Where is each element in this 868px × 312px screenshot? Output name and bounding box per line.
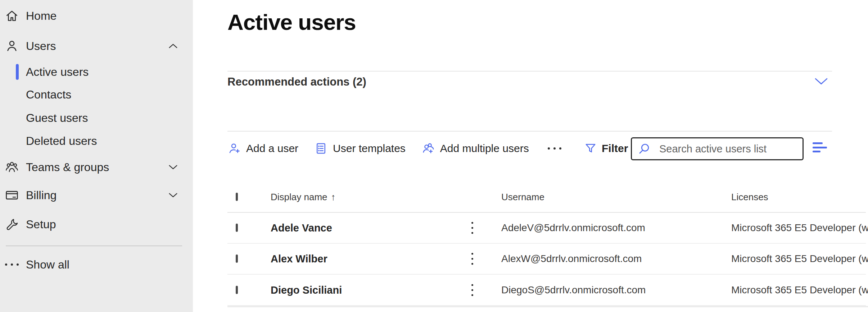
sidebar-item-guest-users[interactable]: Guest users <box>0 106 193 129</box>
sidebar-item-label: Guest users <box>26 111 88 125</box>
column-header-username[interactable]: Username <box>501 191 544 202</box>
sidebar-item-teams-groups[interactable]: Teams & groups <box>0 156 193 179</box>
m365-admin-active-users-page: Home Users Active users Contacts Guest <box>0 0 868 312</box>
add-multiple-users-button[interactable]: Add multiple users <box>421 142 529 155</box>
toolbar-button-label: Add a user <box>246 142 298 155</box>
section-divider <box>227 71 832 72</box>
row-checkbox[interactable] <box>236 254 238 263</box>
table-row: Alex Wilber AlexW@5drrlv.onmicrosoft.com… <box>227 244 866 275</box>
sidebar-item-label: Billing <box>26 189 56 202</box>
toolbar-button-label: User templates <box>333 142 406 155</box>
user-display-name[interactable]: Diego Siciliani <box>271 284 342 296</box>
chevron-up-icon <box>168 43 178 49</box>
toolbar: Add a user User templates <box>227 136 564 161</box>
table-header-row: Display name↑ Username Licenses <box>227 182 866 213</box>
chevron-down-icon[interactable] <box>815 78 828 86</box>
table-bottom-divider <box>227 306 868 307</box>
sidebar-item-label: Active users <box>26 65 89 79</box>
search-input[interactable] <box>631 137 804 160</box>
chevron-down-icon <box>168 192 178 198</box>
credit-card-icon <box>4 188 19 203</box>
sidebar-item-label: Show all <box>26 258 69 271</box>
sidebar-item-label: Teams & groups <box>26 161 109 174</box>
sidebar-item-label: Deleted users <box>26 134 97 148</box>
user-licenses: Microsoft 365 E5 Developer (withou <box>731 284 868 296</box>
select-all-checkbox[interactable] <box>236 193 238 201</box>
sidebar-item-show-all[interactable]: Show all <box>0 253 193 276</box>
filter-lines-icon[interactable] <box>813 142 829 152</box>
add-user-icon <box>227 142 241 155</box>
sort-ascending-icon: ↑ <box>331 191 336 202</box>
user-display-name[interactable]: Alex Wilber <box>271 253 327 265</box>
user-username: DiegoS@5drrlv.onmicrosoft.com <box>501 284 646 296</box>
toolbar-button-label: Add multiple users <box>440 142 529 155</box>
row-more-actions-icon[interactable] <box>468 282 477 298</box>
sidebar-item-setup[interactable]: Setup <box>0 213 193 236</box>
sidebar-item-label: Home <box>26 9 56 23</box>
selected-indicator <box>16 64 19 80</box>
user-licenses: Microsoft 365 E5 Developer (withou <box>731 253 868 265</box>
add-multiple-users-icon <box>421 142 435 155</box>
toolbar-divider <box>227 131 832 132</box>
wrench-icon <box>4 217 19 232</box>
main-content: Active users Recommended actions (2) <box>193 0 868 312</box>
user-display-name[interactable]: Adele Vance <box>271 222 332 234</box>
user-licenses: Microsoft 365 E5 Developer (withou <box>731 222 868 234</box>
column-header-label: Display name <box>271 191 327 202</box>
column-header-display-name[interactable]: Display name↑ <box>271 191 336 202</box>
filter-label: Filter <box>602 142 628 155</box>
filter-funnel-icon <box>584 142 597 155</box>
search-box <box>631 137 804 160</box>
row-more-actions-icon[interactable] <box>468 251 477 267</box>
user-templates-button[interactable]: User templates <box>314 142 406 155</box>
people-icon <box>4 160 19 175</box>
home-icon <box>4 8 19 23</box>
add-a-user-button[interactable]: Add a user <box>227 142 298 155</box>
table-row: Adele Vance AdeleV@5drrlv.onmicrosoft.co… <box>227 213 866 244</box>
column-header-licenses[interactable]: Licenses <box>731 191 768 202</box>
page-title: Active users <box>227 9 356 35</box>
sidebar-item-contacts[interactable]: Contacts <box>0 83 193 106</box>
row-more-actions-icon[interactable] <box>468 220 477 236</box>
sidebar-item-users[interactable]: Users <box>0 35 193 58</box>
sidebar-item-label: Users <box>26 40 56 53</box>
sidebar-item-label: Setup <box>26 218 56 231</box>
sidebar-item-home[interactable]: Home <box>0 4 193 27</box>
sidebar: Home Users Active users Contacts Guest <box>0 0 193 312</box>
sidebar-divider <box>6 246 182 246</box>
filter-button[interactable]: Filter <box>584 136 628 161</box>
recommended-actions-section: Recommended actions (2) <box>227 75 832 93</box>
sidebar-item-active-users[interactable]: Active users <box>0 60 193 83</box>
sidebar-item-deleted-users[interactable]: Deleted users <box>0 129 193 152</box>
sidebar-item-billing[interactable]: Billing <box>0 184 193 207</box>
row-checkbox[interactable] <box>236 286 238 294</box>
table-row: Diego Siciliani DiegoS@5drrlv.onmicrosof… <box>227 275 866 306</box>
chevron-down-icon <box>168 164 178 170</box>
template-list-icon <box>314 142 328 155</box>
user-username: AdeleV@5drrlv.onmicrosoft.com <box>501 222 645 234</box>
user-username: AlexW@5drrlv.onmicrosoft.com <box>501 253 642 265</box>
more-actions-button[interactable] <box>545 147 564 150</box>
row-checkbox[interactable] <box>236 224 238 232</box>
sidebar-item-label: Contacts <box>26 88 71 101</box>
user-icon <box>4 38 19 54</box>
ellipsis-icon <box>4 257 19 272</box>
recommended-actions-heading: Recommended actions (2) <box>227 75 366 88</box>
